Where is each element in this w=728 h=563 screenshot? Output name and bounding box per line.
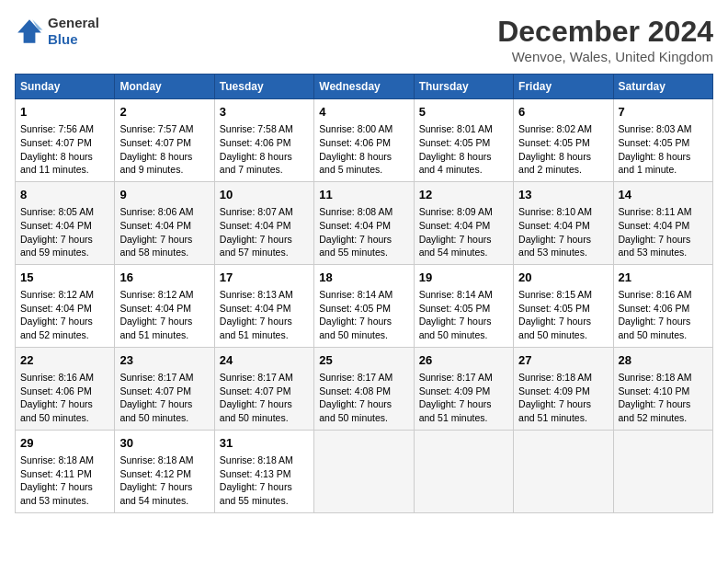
daylight: Daylight: 8 hours and 2 minutes. xyxy=(518,151,591,176)
daylight: Daylight: 7 hours and 52 minutes. xyxy=(20,316,93,340)
sunrise: Sunrise: 8:14 AM xyxy=(419,289,493,300)
day-cell: 9Sunrise: 8:06 AMSunset: 4:04 PMDaylight… xyxy=(115,181,214,264)
logo-icon xyxy=(15,17,44,46)
sunrise: Sunrise: 8:17 AM xyxy=(319,372,392,383)
sunrise: Sunrise: 8:13 AM xyxy=(220,289,293,300)
day-number: 16 xyxy=(119,270,209,286)
daylight: Daylight: 7 hours and 53 minutes. xyxy=(518,234,591,259)
day-number: 13 xyxy=(518,187,608,203)
day-cell: 2Sunrise: 7:57 AMSunset: 4:07 PMDaylight… xyxy=(115,99,214,182)
sunset: Sunset: 4:13 PM xyxy=(220,468,291,479)
sunset: Sunset: 4:04 PM xyxy=(220,303,291,314)
sunset: Sunset: 4:10 PM xyxy=(619,385,690,396)
col-header-wednesday: Wednesday xyxy=(314,75,414,99)
day-cell: 16Sunrise: 8:12 AMSunset: 4:04 PMDayligh… xyxy=(115,264,214,347)
day-cell: 13Sunrise: 8:10 AMSunset: 4:04 PMDayligh… xyxy=(514,181,613,264)
daylight: Daylight: 7 hours and 50 minutes. xyxy=(419,316,492,340)
day-number: 21 xyxy=(619,270,708,286)
sunrise: Sunrise: 7:58 AM xyxy=(220,123,293,134)
day-cell xyxy=(414,430,513,512)
day-cell xyxy=(613,430,712,512)
sunrise: Sunrise: 8:18 AM xyxy=(119,454,193,465)
day-number: 14 xyxy=(619,187,708,203)
day-number: 7 xyxy=(619,104,708,121)
daylight: Daylight: 7 hours and 53 minutes. xyxy=(20,481,93,506)
logo-text: General Blue xyxy=(48,15,99,48)
day-number: 19 xyxy=(419,270,508,286)
sunset: Sunset: 4:06 PM xyxy=(20,385,92,396)
day-cell: 19Sunrise: 8:14 AMSunset: 4:05 PMDayligh… xyxy=(414,264,513,347)
sunset: Sunset: 4:12 PM xyxy=(119,468,191,479)
sunset: Sunset: 4:08 PM xyxy=(319,385,391,396)
day-number: 23 xyxy=(119,352,209,369)
day-number: 27 xyxy=(518,352,608,369)
daylight: Daylight: 7 hours and 54 minutes. xyxy=(419,234,492,259)
day-number: 30 xyxy=(119,435,209,452)
daylight: Daylight: 7 hours and 51 minutes. xyxy=(119,316,192,340)
sunrise: Sunrise: 8:14 AM xyxy=(319,289,392,300)
day-cell: 14Sunrise: 8:11 AMSunset: 4:04 PMDayligh… xyxy=(613,181,712,264)
col-header-tuesday: Tuesday xyxy=(214,75,313,99)
sunset: Sunset: 4:05 PM xyxy=(319,303,391,314)
day-number: 4 xyxy=(319,104,408,121)
daylight: Daylight: 7 hours and 59 minutes. xyxy=(20,234,93,259)
day-cell: 22Sunrise: 8:16 AMSunset: 4:06 PMDayligh… xyxy=(16,347,115,430)
day-number: 25 xyxy=(319,352,408,369)
daylight: Daylight: 7 hours and 57 minutes. xyxy=(220,234,292,259)
day-cell xyxy=(314,430,414,512)
sunset: Sunset: 4:06 PM xyxy=(319,137,391,148)
day-cell: 11Sunrise: 8:08 AMSunset: 4:04 PMDayligh… xyxy=(314,181,414,264)
day-cell: 31Sunrise: 8:18 AMSunset: 4:13 PMDayligh… xyxy=(214,430,313,512)
sunset: Sunset: 4:04 PM xyxy=(119,303,191,314)
sunrise: Sunrise: 8:16 AM xyxy=(20,372,94,383)
day-cell: 26Sunrise: 8:17 AMSunset: 4:09 PMDayligh… xyxy=(414,347,513,430)
daylight: Daylight: 7 hours and 51 minutes. xyxy=(419,398,492,423)
day-number: 1 xyxy=(20,104,109,121)
sunrise: Sunrise: 8:12 AM xyxy=(20,289,94,300)
day-cell: 10Sunrise: 8:07 AMSunset: 4:04 PMDayligh… xyxy=(214,181,313,264)
day-number: 8 xyxy=(20,187,109,203)
day-cell: 7Sunrise: 8:03 AMSunset: 4:05 PMDaylight… xyxy=(613,99,712,182)
sunset: Sunset: 4:05 PM xyxy=(518,137,590,148)
sunset: Sunset: 4:05 PM xyxy=(619,137,690,148)
sunset: Sunset: 4:05 PM xyxy=(419,303,491,314)
sunset: Sunset: 4:05 PM xyxy=(518,303,590,314)
sunrise: Sunrise: 8:17 AM xyxy=(419,372,493,383)
sunset: Sunset: 4:04 PM xyxy=(20,220,92,231)
sunrise: Sunrise: 8:18 AM xyxy=(220,454,293,465)
sunset: Sunset: 4:07 PM xyxy=(20,137,92,148)
sunset: Sunset: 4:06 PM xyxy=(619,303,690,314)
sunset: Sunset: 4:07 PM xyxy=(119,137,191,148)
daylight: Daylight: 8 hours and 11 minutes. xyxy=(20,151,93,176)
col-header-saturday: Saturday xyxy=(613,75,712,99)
day-cell: 23Sunrise: 8:17 AMSunset: 4:07 PMDayligh… xyxy=(115,347,214,430)
sunset: Sunset: 4:05 PM xyxy=(419,137,491,148)
day-cell: 27Sunrise: 8:18 AMSunset: 4:09 PMDayligh… xyxy=(514,347,613,430)
sunset: Sunset: 4:04 PM xyxy=(20,303,92,314)
col-header-friday: Friday xyxy=(514,75,613,99)
daylight: Daylight: 7 hours and 58 minutes. xyxy=(119,234,192,259)
day-number: 2 xyxy=(119,104,209,121)
sunrise: Sunrise: 8:03 AM xyxy=(619,123,692,134)
day-number: 26 xyxy=(419,352,508,369)
day-number: 18 xyxy=(319,270,408,286)
day-number: 22 xyxy=(20,352,109,369)
logo: General Blue xyxy=(15,15,99,48)
sunrise: Sunrise: 8:18 AM xyxy=(619,372,692,383)
daylight: Daylight: 7 hours and 50 minutes. xyxy=(319,398,392,423)
daylight: Daylight: 7 hours and 55 minutes. xyxy=(319,234,392,259)
subtitle: Wenvoe, Wales, United Kingdom xyxy=(497,49,713,64)
day-number: 24 xyxy=(220,352,309,369)
day-cell: 8Sunrise: 8:05 AMSunset: 4:04 PMDaylight… xyxy=(16,181,115,264)
day-number: 12 xyxy=(419,187,508,203)
daylight: Daylight: 7 hours and 54 minutes. xyxy=(119,481,192,506)
day-cell: 18Sunrise: 8:14 AMSunset: 4:05 PMDayligh… xyxy=(314,264,414,347)
day-number: 20 xyxy=(518,270,608,286)
sunset: Sunset: 4:04 PM xyxy=(419,220,491,231)
daylight: Daylight: 7 hours and 52 minutes. xyxy=(619,398,691,423)
week-row-1: 1Sunrise: 7:56 AMSunset: 4:07 PMDaylight… xyxy=(16,99,713,182)
col-header-thursday: Thursday xyxy=(414,75,513,99)
day-number: 9 xyxy=(119,187,209,203)
day-number: 15 xyxy=(20,270,109,286)
daylight: Daylight: 7 hours and 51 minutes. xyxy=(518,398,591,423)
